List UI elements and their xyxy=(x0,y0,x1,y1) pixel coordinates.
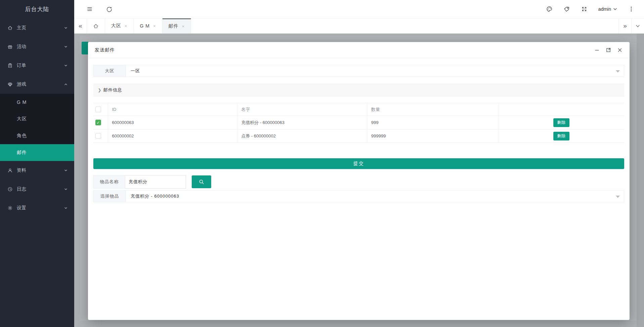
sidebar-item-label: 活动 xyxy=(17,44,64,50)
tab-gm[interactable]: G M × xyxy=(134,18,163,33)
item-name-label: 物品名称 xyxy=(93,175,125,189)
gear-icon xyxy=(7,205,13,211)
chevron-down-icon xyxy=(613,7,617,11)
search-button[interactable] xyxy=(192,175,211,188)
user-menu[interactable]: admin xyxy=(598,6,617,12)
sidebar-item-label: 设置 xyxy=(17,205,64,211)
table-header-row: ✓ ID 名字 数量 xyxy=(93,103,624,116)
tabbar-spacer xyxy=(191,18,618,33)
tabs-scroll-left-button[interactable]: « xyxy=(74,18,87,33)
double-chevron-left-icon: « xyxy=(79,22,82,30)
sidebar-item-label: 资料 xyxy=(17,167,64,173)
search-icon xyxy=(198,179,204,185)
select-item-dropdown[interactable]: 选择物品 充值积分 - 600000063 xyxy=(93,190,624,202)
close-tab-icon[interactable]: × xyxy=(182,24,185,29)
clock-icon xyxy=(7,187,13,192)
region-value: 一区 xyxy=(126,68,140,74)
send-mail-dialog: 发送邮件 大区 一区 ❯ xyxy=(88,42,630,320)
order-icon xyxy=(7,63,13,68)
cell-name: 点券 - 600000002 xyxy=(237,129,367,143)
sidebar-item-label: 日志 xyxy=(17,186,64,192)
submit-button[interactable]: 提交 xyxy=(93,158,624,169)
select-all-checkbox[interactable]: ✓ xyxy=(95,107,101,112)
column-header-actions xyxy=(499,103,624,116)
app-title: 后台大陆 xyxy=(0,0,74,18)
chevron-up-icon xyxy=(64,83,67,86)
close-tab-icon[interactable]: × xyxy=(153,24,156,29)
sidebar-subitem-label: 角色 xyxy=(17,133,27,139)
menu-fold-icon[interactable] xyxy=(86,6,93,12)
chevron-down-icon xyxy=(64,64,67,67)
chevron-right-icon: ❯ xyxy=(96,88,103,92)
close-tab-icon[interactable]: × xyxy=(125,24,128,29)
refresh-icon[interactable] xyxy=(106,6,112,12)
table-row: ✓ 600000002 点券 - 600000002 999999 删除 xyxy=(93,129,624,143)
double-chevron-right-icon: » xyxy=(623,22,627,30)
cell-id: 600000063 xyxy=(108,116,237,129)
cell-name: 充值积分 - 600000063 xyxy=(237,116,367,129)
sidebar-item-label: 主页 xyxy=(17,25,64,31)
tab-mail[interactable]: 邮件 × xyxy=(163,18,191,33)
more-options-icon[interactable] xyxy=(628,6,635,12)
app-window: 后台大陆 主页 活动 订单 游戏 xyxy=(0,0,644,327)
topbar: admin xyxy=(74,0,644,18)
tag-icon[interactable] xyxy=(563,6,570,12)
mail-items-table: ✓ ID 名字 数量 ✓ 600000063 充值积分 - 600000063 … xyxy=(93,103,624,143)
delete-button[interactable]: 删除 xyxy=(553,118,569,127)
sidebar-item-game[interactable]: 游戏 xyxy=(0,75,74,94)
chevron-down-icon xyxy=(636,24,640,28)
sidebar-item-profile[interactable]: 资料 xyxy=(0,161,74,180)
chevron-down-icon xyxy=(64,26,67,30)
dialog-title: 发送邮件 xyxy=(95,47,115,53)
sidebar-item-logs[interactable]: 日志 xyxy=(0,180,74,199)
region-select[interactable]: 大区 一区 xyxy=(93,65,624,77)
background-send-mail-button xyxy=(82,42,88,54)
chevron-down-icon xyxy=(64,45,67,48)
sidebar-item-region[interactable]: 大区 xyxy=(0,111,74,127)
chevron-down-icon xyxy=(64,188,67,191)
minimize-icon[interactable] xyxy=(594,47,600,53)
tab-label: G M xyxy=(140,23,150,29)
mail-info-section-header[interactable]: ❯ 邮件信息 xyxy=(93,84,624,96)
user-icon xyxy=(7,168,13,173)
sidebar-item-role[interactable]: 角色 xyxy=(0,127,74,144)
tab-label: 大区 xyxy=(111,23,121,29)
item-name-input[interactable] xyxy=(125,175,186,189)
item-search-row: 物品名称 xyxy=(93,175,624,189)
section-title: 邮件信息 xyxy=(103,87,122,93)
row-checkbox[interactable]: ✓ xyxy=(95,133,101,139)
tab-label: 邮件 xyxy=(169,23,179,29)
sidebar-subitem-label: G M xyxy=(17,99,27,105)
sidebar-item-activity[interactable]: 活动 xyxy=(0,37,74,56)
close-icon[interactable] xyxy=(617,47,623,53)
sidebar-submenu-game: G M 大区 角色 邮件 xyxy=(0,94,74,161)
theme-palette-icon[interactable] xyxy=(546,6,553,12)
sidebar-item-orders[interactable]: 订单 xyxy=(0,56,74,75)
dropdown-caret-icon xyxy=(616,70,620,73)
sidebar-item-label: 游戏 xyxy=(17,81,64,87)
cell-qty: 999999 xyxy=(367,129,499,143)
dialog-header: 发送邮件 xyxy=(88,42,630,58)
sidebar-subitem-label: 大区 xyxy=(17,116,27,122)
cell-id: 600000002 xyxy=(108,129,237,143)
tab-region[interactable]: 大区 × xyxy=(105,18,134,33)
dropdown-caret-icon xyxy=(616,196,620,198)
sidebar-item-home[interactable]: 主页 xyxy=(0,18,74,37)
row-checkbox[interactable]: ✓ xyxy=(95,120,101,125)
sidebar-item-gm[interactable]: G M xyxy=(0,94,74,111)
username: admin xyxy=(598,6,611,12)
maximize-icon[interactable] xyxy=(605,47,611,53)
sidebar-item-label: 订单 xyxy=(17,63,64,69)
tabs-menu-button[interactable] xyxy=(631,18,644,33)
tabs-scroll-right-button[interactable]: » xyxy=(618,18,631,33)
cell-qty: 999 xyxy=(367,116,499,129)
column-header-qty: 数量 xyxy=(367,103,499,116)
region-label: 大区 xyxy=(94,65,126,77)
sidebar-item-settings[interactable]: 设置 xyxy=(0,199,74,217)
delete-button[interactable]: 删除 xyxy=(553,132,569,140)
column-header-name: 名字 xyxy=(237,103,367,116)
sidebar-item-mail[interactable]: 邮件 xyxy=(0,144,74,161)
fullscreen-icon[interactable] xyxy=(581,6,588,12)
gift-icon xyxy=(7,44,13,49)
tab-home[interactable] xyxy=(87,18,105,33)
